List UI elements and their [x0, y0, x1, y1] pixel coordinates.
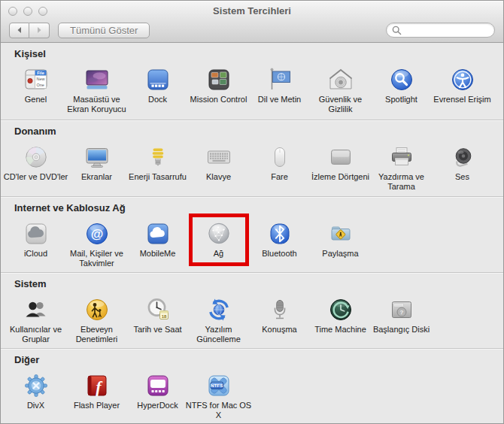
pref-item-yazilim-guncelleme[interactable]: Yazılım Güncelleme	[188, 296, 249, 344]
energy-saver-icon	[144, 144, 172, 171]
pref-item-label: Mission Control	[186, 95, 252, 104]
pref-item-kullanicilar[interactable]: Kullanıcılar ve Gruplar	[5, 296, 66, 344]
pref-item-label: CD'ler ve DVD'ler	[3, 172, 69, 182]
startup-disk-icon: ?	[388, 296, 415, 323]
pref-item-ekranlar[interactable]: Ekranlar	[66, 144, 127, 192]
pref-item-klavye[interactable]: Klavye	[188, 144, 249, 192]
pref-item-label: Paylaşma	[308, 249, 374, 259]
pref-item-izleme-dortgeni[interactable]: İzleme Dörtgeni	[310, 144, 371, 192]
pref-item-ebeveyn[interactable]: Ebeveyn Denetimleri	[66, 296, 127, 344]
section-diger: Diğer	[1, 348, 503, 423]
pref-item-masaustu[interactable]: Masaüstü ve Ekran Koruyucu	[66, 66, 127, 114]
parental-controls-icon	[83, 296, 111, 323]
ntfs-icon: NTFS	[205, 372, 232, 399]
pref-item-label: Ağ	[186, 249, 252, 259]
date-time-icon: 18	[144, 296, 172, 323]
pref-item-hyperdock[interactable]: HyperDock	[127, 372, 188, 420]
pref-item-label: Başlangıç Diski	[369, 325, 435, 335]
network-icon	[205, 220, 232, 247]
nav-buttons	[9, 23, 50, 38]
forward-arrow-icon	[35, 26, 43, 34]
pref-item-label: Mail, Kişiler ve Takvimler	[64, 249, 130, 268]
pref-item-guvenlik[interactable]: Güvenlik ve Gizlilik	[310, 66, 371, 114]
bluetooth-icon	[266, 220, 293, 247]
pref-item-label: Fare	[247, 172, 313, 182]
general-icon: File New One	[23, 66, 50, 93]
pref-item-divx[interactable]: DivX	[5, 372, 66, 420]
svg-text:NTFS: NTFS	[211, 383, 223, 388]
back-arrow-icon	[16, 26, 23, 34]
section-title: Internet ve Kablosuz Ağ	[1, 197, 503, 214]
svg-text:One: One	[36, 83, 44, 87]
print-scan-icon	[388, 144, 415, 171]
search-icon	[392, 26, 402, 35]
pref-item-paylasma[interactable]: Paylaşma	[310, 220, 371, 268]
pref-item-icloud[interactable]: iCloud	[5, 220, 66, 268]
mission-control-icon	[205, 66, 232, 93]
section-title: Donanım	[1, 120, 503, 137]
system-preferences-window: Sistem Tercihleri Tümünü Göster	[0, 0, 504, 424]
pref-item-mission-control[interactable]: Mission Control	[188, 66, 249, 114]
mail-contacts-calendars-icon: @	[83, 220, 111, 247]
pref-item-mail[interactable]: @ Mail, Kişiler ve Takvimler	[66, 220, 127, 268]
pref-item-konusma[interactable]: Konuşma	[249, 296, 310, 344]
pref-item-ntfs[interactable]: NTFS NTFS for Mac OS X	[188, 372, 249, 420]
section-donanim: Donanım CD'ler ve DVD'ler	[1, 120, 503, 196]
pref-item-ag[interactable]: Ağ	[188, 220, 249, 268]
pref-item-bluetooth[interactable]: Bluetooth	[249, 220, 310, 268]
pref-item-ses[interactable]: Ses	[432, 144, 493, 192]
pref-item-mobileme[interactable]: MobileMe	[127, 220, 188, 268]
svg-text:?: ?	[399, 309, 403, 316]
security-privacy-icon	[327, 66, 354, 93]
pref-item-yazdirma[interactable]: Yazdırma ve Tarama	[371, 144, 432, 192]
pref-item-tarih-saat[interactable]: 18 Tarih ve Saat	[127, 296, 188, 344]
desktop-screensaver-icon	[83, 66, 111, 93]
search-field[interactable]	[386, 23, 495, 38]
pref-item-label: iCloud	[3, 249, 69, 259]
window-title: Sistem Tercihleri	[1, 5, 503, 17]
pref-item-label: Dil ve Metin	[247, 95, 313, 104]
divx-icon	[23, 372, 50, 399]
pref-item-evrensel-erisim[interactable]: Evrensel Erişim	[432, 66, 493, 114]
pref-item-spotlight[interactable]: Spotlight	[371, 66, 432, 114]
pref-item-label: Dock	[125, 95, 191, 104]
section-title: Kişisel	[1, 43, 503, 59]
pref-item-baslangic-diski[interactable]: ? Başlangıç Diski	[371, 296, 432, 344]
icloud-icon	[23, 220, 50, 247]
pref-item-label: Time Machine	[308, 325, 374, 335]
keyboard-icon	[205, 144, 232, 171]
speech-icon	[266, 296, 293, 323]
pref-item-enerji[interactable]: Enerji Tasarrufu	[127, 144, 188, 192]
svg-text:18: 18	[161, 314, 166, 319]
pref-item-flash-player[interactable]: f Flash Player	[66, 372, 127, 420]
displays-icon	[83, 144, 111, 171]
mouse-icon	[266, 144, 293, 171]
pref-item-label: Kullanıcılar ve Gruplar	[3, 325, 69, 344]
pref-item-time-machine[interactable]: Time Machine	[310, 296, 371, 344]
toolbar: Tümünü Göster	[1, 20, 503, 41]
pref-item-label: Konuşma	[247, 325, 313, 335]
svg-text:File: File	[37, 71, 44, 75]
back-button[interactable]	[9, 23, 29, 38]
pref-item-cd-dvd[interactable]: CD'ler ve DVD'ler	[5, 144, 66, 192]
pref-item-dil-ve-metin[interactable]: Dil ve Metin	[249, 66, 310, 114]
pref-item-label: Ebeveyn Denetimleri	[64, 325, 130, 344]
pref-item-label: Evrensel Erişim	[430, 95, 496, 104]
titlebar: Sistem Tercihleri Tümünü Göster	[1, 1, 503, 43]
section-title: Sistem	[1, 273, 503, 289]
section-title: Diğer	[1, 349, 503, 365]
sound-icon	[449, 144, 476, 171]
forward-button[interactable]	[29, 23, 50, 38]
spotlight-icon	[388, 66, 415, 93]
pref-item-label: HyperDock	[125, 401, 191, 410]
search-input[interactable]	[405, 24, 489, 36]
hyperdock-icon	[144, 372, 172, 399]
pref-item-label: Ekranlar	[64, 172, 130, 182]
pref-item-label: Tarih ve Saat	[125, 325, 191, 335]
pref-item-genel[interactable]: File New One Genel	[5, 66, 66, 114]
pref-item-label: Ses	[430, 172, 496, 182]
software-update-icon	[205, 296, 232, 323]
pref-item-fare[interactable]: Fare	[249, 144, 310, 192]
pref-item-dock[interactable]: Dock	[127, 66, 188, 114]
show-all-button[interactable]: Tümünü Göster	[58, 23, 150, 38]
